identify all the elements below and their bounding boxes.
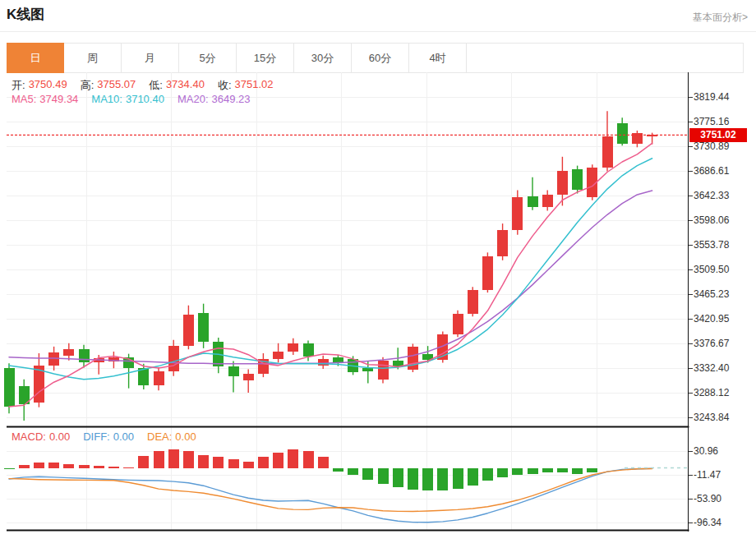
legend-item: DIFF:0.00 — [83, 430, 134, 443]
price-axis-label: 3288.12 — [694, 387, 729, 398]
legend-label: 低: — [149, 78, 163, 93]
price-axis-label: 3730.89 — [694, 140, 729, 152]
macd-axis-label: -53.90 — [694, 493, 721, 504]
legend-label: MACD: — [12, 430, 46, 443]
price-axis-label: 3243.84 — [694, 412, 729, 423]
legend-label: 高: — [81, 78, 94, 93]
legend-label: DIFF: — [83, 430, 110, 443]
legend-label: 开: — [12, 78, 25, 93]
kline-chart-page: K线图 基本面分析> 日周月5分15分30分60分4时 开:3750.49高:3… — [0, 0, 756, 534]
price-axis-label: 3819.44 — [694, 91, 729, 103]
legend-item: MA5:3749.34 — [12, 93, 78, 105]
price-axis-label: 3376.67 — [694, 338, 729, 349]
legend-value: 3749.34 — [39, 93, 78, 105]
legend-item: 收:3751.02 — [218, 78, 274, 93]
legend-label: 收: — [218, 78, 232, 93]
price-axis-label: 3775.16 — [694, 116, 729, 127]
legend-value: 0.00 — [175, 430, 196, 443]
macd-legend: MACD:0.00DIFF:0.00DEA:0.00 — [12, 430, 196, 443]
legend-value: 0.00 — [113, 430, 134, 443]
legend-label: DEA: — [147, 430, 172, 443]
legend-label: MA20: — [177, 93, 209, 105]
current-price-badge: 3751.02 — [689, 128, 747, 142]
legend-value: 3751.02 — [235, 78, 274, 93]
legend-value: 3750.49 — [29, 78, 67, 93]
legend-item: 高:3755.07 — [81, 78, 136, 93]
legend-label: MA5: — [12, 93, 36, 105]
macd-axis-label: -11.47 — [694, 469, 721, 481]
legend-value: 3734.40 — [166, 78, 205, 93]
macd-axis-label: -96.34 — [694, 517, 721, 528]
price-axis-label: 3686.61 — [694, 165, 729, 177]
macd-axis-label: 30.96 — [694, 445, 718, 457]
legend-value: 0.00 — [49, 430, 70, 443]
price-axis-label: 3598.06 — [694, 214, 729, 226]
price-axis-label: 3553.78 — [694, 239, 729, 251]
price-axis-label: 3642.33 — [694, 190, 729, 201]
legend-value: 3710.40 — [126, 93, 164, 105]
ma-legend: MA5:3749.34MA10:3710.40MA20:3649.23 — [12, 93, 251, 105]
legend-item: MA10:3710.40 — [91, 93, 164, 105]
legend-value: 3755.07 — [97, 78, 136, 93]
legend-value: 3649.23 — [212, 93, 251, 105]
price-axis-label: 3465.23 — [694, 288, 729, 300]
legend-item: DEA:0.00 — [147, 430, 196, 443]
price-axis-label: 3420.95 — [694, 313, 729, 325]
legend-item: 低:3734.40 — [149, 78, 205, 93]
legend-item: MA20:3649.23 — [177, 93, 251, 105]
legend-item: MACD:0.00 — [12, 430, 70, 443]
price-axis-label: 3332.40 — [694, 362, 729, 374]
price-axis-label: 3509.50 — [694, 264, 729, 275]
ohlc-legend: 开:3750.49高:3755.07低:3734.40收:3751.02 — [12, 78, 274, 93]
legend-item: 开:3750.49 — [12, 78, 67, 93]
legend-label: MA10: — [91, 93, 122, 105]
